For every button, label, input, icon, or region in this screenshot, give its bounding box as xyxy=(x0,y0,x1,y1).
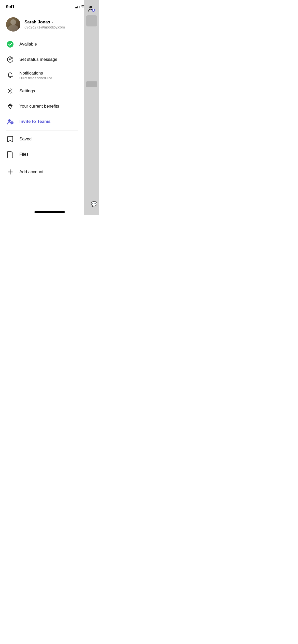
file-icon xyxy=(6,150,14,158)
edit-icon xyxy=(6,55,14,64)
menu-item-set-status[interactable]: Set status message xyxy=(0,52,84,67)
add-people-button[interactable] xyxy=(87,4,97,14)
menu-item-settings[interactable]: Settings xyxy=(0,83,84,99)
menu-item-invite[interactable]: Invite to Teams xyxy=(0,114,84,129)
status-time: 9:41 xyxy=(6,4,15,9)
bookmark-icon xyxy=(6,135,14,143)
right-panel xyxy=(84,0,99,215)
add-people-icon xyxy=(88,5,96,13)
menu-item-files[interactable]: Files xyxy=(0,147,84,162)
right-panel-icon-1 xyxy=(86,15,97,26)
svg-point-7 xyxy=(9,90,11,92)
user-profile[interactable]: Sarah Jonas › 69d2d271@moodjoy.com xyxy=(0,12,84,37)
invite-label: Invite to Teams xyxy=(19,119,51,124)
bell-icon xyxy=(6,71,14,79)
svg-point-5 xyxy=(7,41,13,48)
notifications-label: Notifications xyxy=(19,71,52,76)
notifications-sublabel: Quiet times scheduled xyxy=(19,76,52,80)
saved-label: Saved xyxy=(19,137,32,142)
check-circle-icon xyxy=(6,40,14,48)
available-label: Available xyxy=(19,42,37,47)
user-info: Sarah Jonas › 69d2d271@moodjoy.com xyxy=(24,20,78,29)
svg-point-8 xyxy=(8,119,11,122)
profile-chevron-icon: › xyxy=(52,20,53,24)
right-panel-icon-2 xyxy=(86,81,97,87)
invite-icon xyxy=(6,118,14,126)
menu-item-add-account[interactable]: Add account xyxy=(0,164,84,180)
divider-1 xyxy=(6,130,78,130)
settings-label: Settings xyxy=(19,89,35,94)
set-status-label: Set status message xyxy=(19,57,57,62)
benefits-label: Your current benefits xyxy=(19,104,59,109)
files-label: Files xyxy=(19,152,29,157)
user-email: 69d2d271@moodjoy.com xyxy=(24,25,78,29)
user-name: Sarah Jonas xyxy=(24,20,50,25)
menu-item-benefits[interactable]: Your current benefits xyxy=(0,99,84,114)
gear-icon xyxy=(6,87,14,95)
menu-item-saved[interactable]: Saved xyxy=(0,131,84,147)
menu-item-notifications[interactable]: Notifications Quiet times scheduled xyxy=(0,67,84,83)
menu-container: Sarah Jonas › 69d2d271@moodjoy.com Avail… xyxy=(0,12,84,180)
plus-icon xyxy=(6,168,14,176)
signal-icon xyxy=(75,5,79,8)
chat-hint: 💬 xyxy=(91,201,97,207)
divider-2 xyxy=(6,163,78,163)
home-indicator xyxy=(34,211,65,213)
svg-point-0 xyxy=(89,6,92,8)
avatar xyxy=(6,17,20,32)
add-account-label: Add account xyxy=(19,169,44,174)
menu-item-available[interactable]: Available xyxy=(0,37,84,52)
diamond-icon xyxy=(6,102,14,110)
